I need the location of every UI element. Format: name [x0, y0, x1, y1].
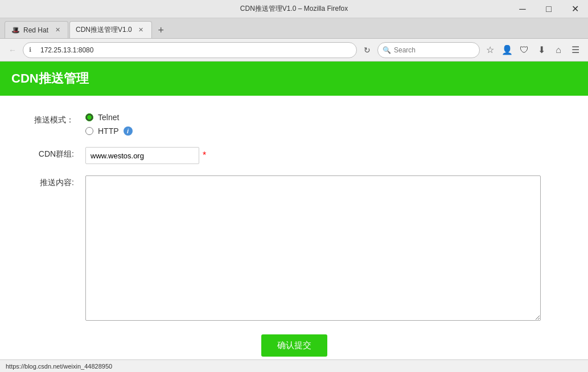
mode-control: Telnet HTTP i: [85, 113, 565, 136]
cdn-group-label: CDN群组:: [23, 147, 74, 160]
radio-telnet-label: Telnet: [98, 113, 119, 122]
page-header: CDN推送管理: [0, 62, 588, 96]
title-bar: CDN推送管理V1.0 – Mozilla Firefox ─ □ ✕: [0, 0, 588, 18]
content-textarea[interactable]: [85, 175, 541, 321]
shield-icon[interactable]: 🛡: [516, 42, 532, 58]
tab-close-redhat[interactable]: ✕: [53, 26, 62, 35]
tab-bar: 🎩 Red Hat ✕ CDN推送管理V1.0 ✕ +: [0, 18, 588, 39]
nav-bar: ← ℹ 172.25.13.1:8080 ↻ 🔍 ☆ 👤 🛡 ⬇ ⌂ ☰: [0, 39, 588, 62]
tab-favicon-redhat: 🎩: [11, 26, 20, 35]
submit-button[interactable]: 确认提交: [261, 334, 327, 357]
search-input[interactable]: [377, 42, 480, 58]
tab-cdn[interactable]: CDN推送管理V1.0 ✕: [69, 21, 152, 38]
maximize-button[interactable]: □: [536, 0, 562, 18]
search-bar-wrapper: 🔍: [377, 42, 480, 58]
radio-http-input[interactable]: [85, 127, 93, 135]
mode-row: 推送模式： Telnet HTTP i: [23, 113, 565, 136]
new-tab-button[interactable]: +: [153, 22, 169, 38]
tab-redhat[interactable]: 🎩 Red Hat ✕: [5, 21, 68, 38]
tab-label-redhat: Red Hat: [23, 26, 48, 34]
window-title: CDN推送管理V1.0 – Mozilla Firefox: [240, 4, 348, 14]
page-content: 推送模式： Telnet HTTP i CDN群组: *: [0, 96, 588, 372]
radio-http-label: HTTP: [98, 126, 119, 136]
content-row: 推送内容:: [23, 175, 565, 323]
tab-label-cdn: CDN推送管理V1.0: [76, 25, 132, 35]
status-url: https://blog.csdn.net/weixin_44828950: [6, 363, 112, 370]
status-bar: https://blog.csdn.net/weixin_44828950: [0, 359, 588, 372]
submit-row: 确认提交: [23, 334, 565, 357]
page-header-title: CDN推送管理: [11, 70, 89, 87]
url-port: :8080: [76, 46, 93, 54]
http-info-icon[interactable]: i: [124, 126, 133, 136]
url-host: 172.25.13.1: [40, 46, 76, 54]
required-star: *: [203, 150, 206, 161]
minimize-button[interactable]: ─: [509, 0, 536, 18]
bookmark-icon[interactable]: ☆: [482, 42, 498, 58]
search-icon: 🔍: [383, 46, 391, 54]
radio-http: HTTP i: [85, 126, 565, 136]
content-control: [85, 175, 565, 323]
url-text: 172.25.13.1:8080: [40, 46, 93, 54]
window-controls: ─ □ ✕: [509, 0, 588, 18]
cdn-group-input[interactable]: [85, 147, 199, 164]
content-label: 推送内容:: [23, 175, 74, 188]
radio-telnet: Telnet: [85, 113, 565, 122]
tab-close-cdn[interactable]: ✕: [137, 26, 146, 35]
back-button[interactable]: ←: [5, 42, 20, 58]
download-icon[interactable]: ⬇: [533, 42, 549, 58]
radio-telnet-input[interactable]: [85, 113, 93, 121]
toolbar-icons: ☆ 👤 🛡 ⬇ ⌂ ☰: [482, 42, 583, 58]
identity-icon[interactable]: 👤: [499, 42, 515, 58]
reload-button[interactable]: ↻: [359, 42, 375, 58]
cdn-group-input-row: *: [85, 147, 565, 164]
home-icon[interactable]: ⌂: [550, 42, 566, 58]
cdn-group-row: CDN群组: *: [23, 147, 565, 164]
url-bar[interactable]: ℹ 172.25.13.1:8080: [23, 42, 357, 58]
cdn-group-control: *: [85, 147, 565, 164]
close-button[interactable]: ✕: [562, 0, 588, 18]
radio-group: Telnet HTTP i: [85, 113, 565, 136]
url-info-icon: ℹ: [29, 46, 31, 54]
mode-label: 推送模式：: [23, 113, 74, 125]
menu-icon[interactable]: ☰: [568, 42, 583, 58]
